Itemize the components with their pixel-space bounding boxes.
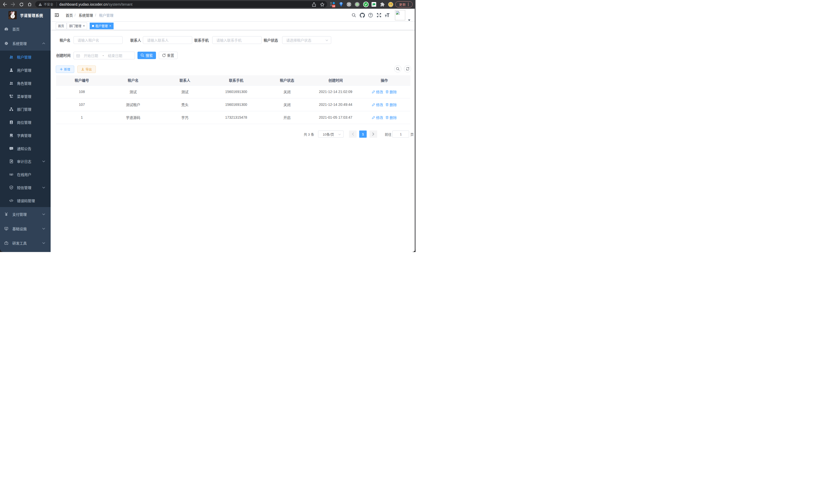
svg-text:10: 10: [332, 5, 335, 7]
